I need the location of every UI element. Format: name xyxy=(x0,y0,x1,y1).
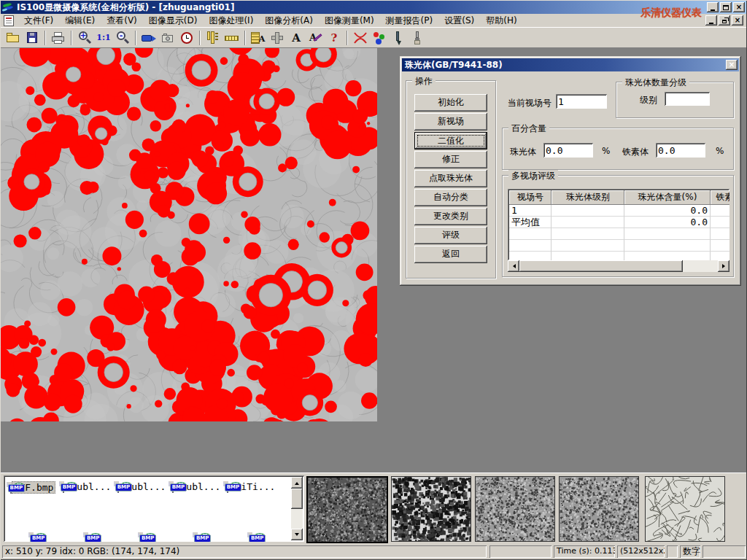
cell xyxy=(551,205,624,217)
col-field-number[interactable]: 视场号 xyxy=(509,190,551,205)
change-class-button[interactable]: 更改类别 xyxy=(414,208,487,225)
current-field-input[interactable] xyxy=(556,94,607,109)
menu-file[interactable]: 文件(F) xyxy=(18,15,59,26)
thumbnail-image[interactable] xyxy=(645,476,725,542)
scroll-down-button[interactable] xyxy=(291,529,303,540)
file-item[interactable]: BMP xyxy=(171,533,223,542)
cell xyxy=(509,240,551,252)
correct-button[interactable]: 修正 xyxy=(414,151,487,168)
table-row[interactable]: 平均值 0.0 xyxy=(509,217,729,228)
save-button[interactable] xyxy=(23,28,42,47)
caliper-button[interactable] xyxy=(204,28,222,47)
help-button[interactable]: ? xyxy=(325,28,344,47)
grid-button[interactable] xyxy=(268,28,287,47)
table-row[interactable] xyxy=(509,228,729,240)
bmp-file-icon: BMP xyxy=(142,532,143,542)
micrograph-canvas[interactable] xyxy=(1,48,377,421)
scrollbar-thumb[interactable] xyxy=(291,489,303,509)
col-ferrite-pct[interactable]: 铁素体含量(%) xyxy=(711,190,729,205)
return-button[interactable]: 返回 xyxy=(414,246,487,263)
grade-group-label: 珠光体数量分级 xyxy=(622,77,689,89)
print-button[interactable] xyxy=(49,28,68,47)
open-folder-icon xyxy=(5,30,21,46)
video-capture-button[interactable] xyxy=(139,28,158,47)
thumbnail-image[interactable] xyxy=(475,476,555,542)
pearlite-percent-input[interactable] xyxy=(543,143,593,158)
ruler-button[interactable] xyxy=(222,28,241,47)
binarize-button[interactable]: 二值化 xyxy=(414,132,487,149)
grade-input[interactable] xyxy=(665,92,710,106)
cell xyxy=(711,228,729,240)
file-item[interactable]: BMP Doubl... xyxy=(116,479,169,492)
scrollbar-thumb[interactable] xyxy=(519,260,683,272)
file-v-scrollbar[interactable] xyxy=(291,477,303,540)
empty-panel xyxy=(703,545,746,558)
thumbnail-image[interactable] xyxy=(391,476,471,542)
pick-pearlite-button[interactable]: 点取珠光体 xyxy=(414,170,487,187)
table-row[interactable]: 1 0.0 xyxy=(509,205,729,217)
init-button[interactable]: 初始化 xyxy=(414,94,487,112)
scroll-right-button[interactable] xyxy=(718,260,729,272)
menu-report[interactable]: 测量报告(P) xyxy=(380,15,439,26)
rating-table: 视场号 珠光体级别 珠光体含量(%) 铁素体含量(%) 1 0.0 xyxy=(508,189,729,260)
ferrite-percent-input[interactable] xyxy=(656,143,705,158)
menu-image-process[interactable]: 图像处理(I) xyxy=(203,15,259,26)
app-icon xyxy=(2,2,14,12)
menu-view[interactable]: 查看(V) xyxy=(101,15,143,26)
ruler-icon xyxy=(224,30,240,46)
brush-tool-button[interactable] xyxy=(408,28,427,47)
scroll-left-button[interactable] xyxy=(508,260,519,272)
phase-classify-button[interactable] xyxy=(370,28,389,47)
menu-settings[interactable]: 设置(S) xyxy=(438,15,480,26)
cell xyxy=(624,240,711,252)
menu-image-measure[interactable]: 图像测量(M) xyxy=(319,15,380,26)
clock-icon xyxy=(179,30,195,46)
table-row[interactable] xyxy=(509,252,729,260)
menu-help[interactable]: 帮助(H) xyxy=(480,15,522,26)
measure-label-button[interactable]: A xyxy=(249,28,268,47)
caliper-icon xyxy=(205,30,221,46)
thumbnail-image[interactable] xyxy=(559,476,639,542)
file-item[interactable]: BMP xyxy=(116,533,169,542)
file-item[interactable]: BMP HuiTi... xyxy=(225,479,278,492)
file-item[interactable]: BMP xyxy=(61,533,114,542)
menu-edit[interactable]: 编辑(E) xyxy=(59,15,101,26)
file-item[interactable]: BMP Doubl... xyxy=(171,479,223,492)
file-item[interactable]: BMP Doubl... xyxy=(61,479,114,492)
snapshot-button[interactable] xyxy=(158,28,177,47)
menu-image-analysis[interactable]: 图像分析(A) xyxy=(259,15,319,26)
down-arrow-icon xyxy=(295,533,299,538)
menu-image-display[interactable]: 图像显示(D) xyxy=(143,15,204,26)
table-row[interactable] xyxy=(509,240,729,252)
col-pearlite-pct[interactable]: 珠光体含量(%) xyxy=(624,190,711,205)
percent-group: 百分含量 珠光体 % 铁素体 % xyxy=(502,128,734,170)
pen-tool-button[interactable] xyxy=(389,28,408,47)
right-arrow-icon xyxy=(722,264,727,268)
document-icon[interactable] xyxy=(4,15,14,26)
auto-classify-button[interactable]: 自动分类 xyxy=(414,189,487,206)
scroll-up-button[interactable] xyxy=(291,477,303,489)
table-h-scrollbar[interactable] xyxy=(508,260,729,272)
file-item[interactable]: BMP DKF.bmp xyxy=(7,479,59,494)
cell xyxy=(624,228,711,240)
up-arrow-icon xyxy=(295,480,299,485)
thumbnail-image[interactable] xyxy=(306,476,388,543)
text-button[interactable]: A xyxy=(287,28,306,47)
col-pearlite-grade[interactable]: 珠光体级别 xyxy=(551,190,624,205)
timer-button[interactable] xyxy=(177,28,196,47)
one-to-one-icon: 1:1 xyxy=(96,30,112,46)
dialog-close-button[interactable]: × xyxy=(726,60,738,70)
open-button[interactable] xyxy=(4,28,23,47)
new-field-button[interactable]: 新视场 xyxy=(414,113,487,131)
cell: 1 xyxy=(509,205,551,217)
curve-tool-button[interactable] xyxy=(351,28,370,47)
cell xyxy=(509,252,551,260)
ferrite-label: 铁素体 xyxy=(622,146,649,158)
zoom-in-button[interactable]: + xyxy=(75,28,94,47)
rate-button[interactable]: 评级 xyxy=(414,227,487,244)
file-item[interactable]: BMP xyxy=(225,533,278,542)
actual-size-button[interactable]: 1:1 xyxy=(94,28,113,47)
annotate-button[interactable]: A xyxy=(306,28,325,47)
file-item[interactable]: BMP xyxy=(7,533,59,542)
zoom-out-button[interactable]: - xyxy=(113,28,132,47)
